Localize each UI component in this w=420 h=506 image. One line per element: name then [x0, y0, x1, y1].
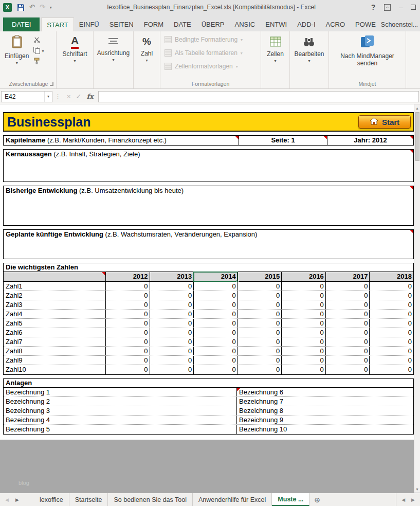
- value-cell[interactable]: 0: [369, 365, 413, 374]
- value-cell[interactable]: 0: [369, 328, 413, 337]
- formula-input[interactable]: [98, 91, 419, 102]
- value-cell[interactable]: 0: [325, 310, 370, 318]
- maximize-icon[interactable]: [411, 5, 416, 10]
- value-cell[interactable]: 0: [105, 347, 150, 355]
- value-cell[interactable]: 0: [325, 282, 370, 291]
- sheet-tab-so-bedienen-sie-das-tool[interactable]: So bedienen Sie das Tool: [108, 493, 193, 506]
- value-cell[interactable]: 0: [325, 291, 370, 300]
- ribbon-tab-date[interactable]: DATE: [169, 17, 196, 31]
- enter-check-icon[interactable]: ✓: [76, 93, 82, 100]
- value-cell[interactable]: 0: [325, 347, 370, 355]
- value-cell[interactable]: 0: [150, 291, 194, 300]
- value-cell[interactable]: 0: [193, 328, 238, 337]
- ribbon-tab-add-i[interactable]: ADD-I: [292, 17, 320, 31]
- anlagen-cell-left[interactable]: Bezeichnung 3: [4, 406, 237, 415]
- value-cell[interactable]: 0: [105, 282, 150, 291]
- value-cell[interactable]: 0: [238, 365, 282, 374]
- mindmanager-send-button[interactable]: Nach MindManager senden: [336, 33, 399, 67]
- column-header-2013[interactable]: 2013: [150, 272, 194, 281]
- value-cell[interactable]: 0: [150, 337, 194, 346]
- scroll-up-icon[interactable]: ▲: [414, 104, 420, 112]
- column-header-2015[interactable]: 2015: [238, 272, 282, 281]
- value-cell[interactable]: 0: [369, 300, 413, 309]
- add-sheet-icon[interactable]: ⊕: [309, 493, 325, 506]
- value-cell[interactable]: 0: [369, 337, 413, 346]
- column-header-2012[interactable]: 2012: [105, 272, 150, 281]
- value-cell[interactable]: 0: [238, 291, 282, 300]
- value-cell[interactable]: 0: [105, 310, 150, 318]
- value-cell[interactable]: 0: [238, 310, 282, 318]
- file-tab[interactable]: DATEI: [3, 17, 40, 31]
- row-label-cell[interactable]: Zahl9: [4, 356, 105, 365]
- cut-button[interactable]: [33, 37, 44, 44]
- column-header-2018[interactable]: 2018: [369, 272, 413, 281]
- row-label-cell[interactable]: Zahl2: [4, 291, 105, 300]
- value-cell[interactable]: 0: [105, 319, 150, 328]
- editing-button[interactable]: Bearbeiten ▾: [291, 33, 326, 63]
- value-cell[interactable]: 0: [238, 282, 282, 291]
- undo-icon[interactable]: ↶: [29, 3, 35, 11]
- row-label-cell[interactable]: Zahl10: [4, 365, 105, 374]
- value-cell[interactable]: 0: [105, 328, 150, 337]
- value-cell[interactable]: 0: [369, 310, 413, 318]
- value-cell[interactable]: 0: [150, 347, 194, 355]
- minimize-icon[interactable]: –: [399, 3, 403, 11]
- number-format-button[interactable]: % Zahl ▾: [138, 33, 155, 62]
- ribbon-tab-powe[interactable]: POWE: [350, 17, 381, 31]
- value-cell[interactable]: 0: [193, 300, 238, 309]
- value-cell[interactable]: 0: [150, 365, 194, 374]
- row-label-cell[interactable]: Zahl4: [4, 310, 105, 318]
- value-cell[interactable]: 0: [193, 291, 238, 300]
- value-cell[interactable]: 0: [325, 365, 370, 374]
- ribbon-tab-überp[interactable]: ÜBERP: [196, 17, 230, 31]
- vertical-scrollbar[interactable]: ▲ ▼: [414, 104, 420, 493]
- value-cell[interactable]: 0: [105, 365, 150, 374]
- conditional-formatting-button[interactable]: Bedingte Formatierung ▾: [161, 33, 260, 46]
- row-label-cell[interactable]: Zahl5: [4, 319, 105, 328]
- value-cell[interactable]: 0: [369, 356, 413, 365]
- value-cell[interactable]: 0: [193, 282, 238, 291]
- dialog-launcher-icon[interactable]: [50, 82, 53, 86]
- formula-bar-grip[interactable]: ⋮: [53, 93, 62, 100]
- value-cell[interactable]: 0: [150, 300, 194, 309]
- value-cell[interactable]: 0: [238, 337, 282, 346]
- value-cell[interactable]: 0: [150, 310, 194, 318]
- row-label-cell[interactable]: Zahl7: [4, 337, 105, 346]
- anlagen-cell-right[interactable]: Bezeichnung 9: [237, 415, 413, 424]
- value-cell[interactable]: 0: [238, 328, 282, 337]
- row-label-cell[interactable]: Zahl8: [4, 347, 105, 355]
- anlagen-cell-left[interactable]: Bezeichnung 2: [4, 397, 237, 406]
- column-header-2017[interactable]: 2017: [325, 272, 370, 281]
- value-cell[interactable]: 0: [281, 300, 325, 309]
- jahr-cell[interactable]: Jahr: 2012: [327, 136, 413, 145]
- ribbon-tab-seiten[interactable]: SEITEN: [104, 17, 139, 31]
- sheet-tab-anwenderhilfe-für-excel[interactable]: Anwenderhilfe für Excel: [193, 493, 272, 506]
- paste-button[interactable]: Einfügen ▾: [2, 33, 31, 65]
- scrollbar-thumb[interactable]: [415, 112, 419, 161]
- ribbon-tab-entwi[interactable]: ENTWI: [260, 17, 292, 31]
- column-header-2016[interactable]: 2016: [281, 272, 325, 281]
- value-cell[interactable]: 0: [150, 282, 194, 291]
- kapitelname-cell[interactable]: Kapitelname (z.B. Markt/Kunden, Finanzko…: [4, 136, 239, 145]
- value-cell[interactable]: 0: [193, 319, 238, 328]
- insert-function-icon[interactable]: fx: [87, 93, 94, 100]
- value-cell[interactable]: 0: [369, 319, 413, 328]
- value-cell[interactable]: 0: [281, 328, 325, 337]
- value-cell[interactable]: 0: [325, 300, 370, 309]
- hscroll-right-icon[interactable]: ▶: [411, 497, 415, 502]
- cells-button[interactable]: Zellen ▾: [264, 33, 286, 63]
- value-cell[interactable]: 0: [193, 356, 238, 365]
- value-cell[interactable]: 0: [193, 310, 238, 318]
- format-as-table-button[interactable]: Als Tabelle formatieren ▾: [161, 46, 260, 60]
- scroll-down-icon[interactable]: ▼: [414, 485, 420, 493]
- seite-cell[interactable]: Seite: 1: [239, 136, 327, 145]
- name-box[interactable]: E42 ▾: [1, 91, 52, 102]
- value-cell[interactable]: 0: [193, 347, 238, 355]
- sheet-tab-muste[interactable]: Muste ...: [272, 493, 309, 506]
- value-cell[interactable]: 0: [105, 356, 150, 365]
- qat-customize-caret-icon[interactable]: ▾: [50, 5, 52, 10]
- value-cell[interactable]: 0: [281, 347, 325, 355]
- cancel-icon[interactable]: ×: [67, 93, 71, 100]
- anlagen-cell-left[interactable]: Bezeichnung 5: [4, 425, 237, 434]
- ribbon-display-options-icon[interactable]: [383, 3, 391, 11]
